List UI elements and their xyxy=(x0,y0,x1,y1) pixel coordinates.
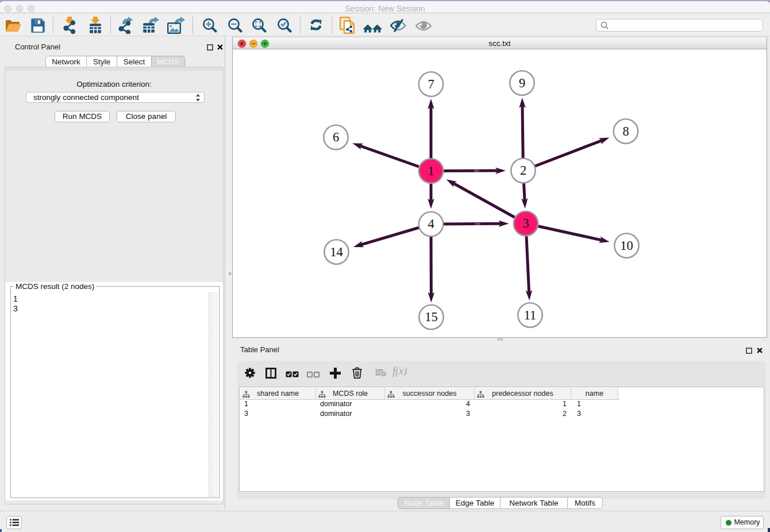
svg-text:9: 9 xyxy=(519,76,525,90)
svg-text:2: 2 xyxy=(520,163,526,178)
svg-text:8: 8 xyxy=(622,124,629,138)
svg-text:11: 11 xyxy=(524,308,537,322)
svg-text:4: 4 xyxy=(428,217,434,231)
svg-text:7: 7 xyxy=(428,77,434,91)
svg-text:1: 1 xyxy=(428,164,434,178)
svg-text:14: 14 xyxy=(330,245,343,259)
svg-text:10: 10 xyxy=(620,238,633,253)
svg-text:15: 15 xyxy=(425,310,438,324)
svg-text:3: 3 xyxy=(522,216,529,230)
svg-text:6: 6 xyxy=(333,130,339,144)
